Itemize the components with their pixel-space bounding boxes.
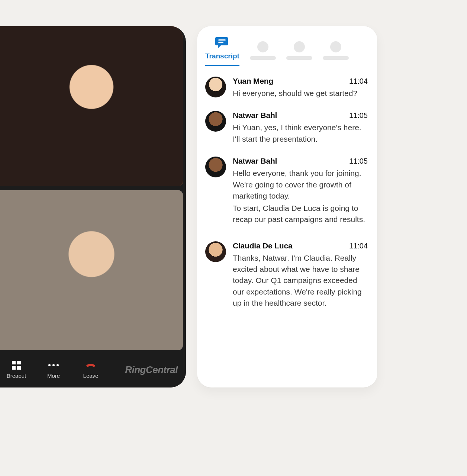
transcript-messages: Yuan Meng 11:04 Hi everyone, should we g… xyxy=(197,66,377,387)
leave-label: Leave xyxy=(83,373,99,379)
transcript-icon xyxy=(215,36,230,49)
message-text: Hi Yuan, yes, I think everyone's here. I… xyxy=(233,122,368,145)
placeholder-label xyxy=(250,56,276,60)
speaker-name: Natwar Bahl xyxy=(233,157,277,165)
more-button[interactable]: More xyxy=(42,360,65,379)
speaker-name: Yuan Meng xyxy=(233,77,273,86)
placeholder-icon xyxy=(257,41,268,52)
participant-tile[interactable] xyxy=(0,26,183,186)
message-text: Thanks, Natwar. I'm Claudia. Really exci… xyxy=(233,253,368,309)
leave-button[interactable]: Leave xyxy=(80,360,102,379)
breakout-label: Breaout xyxy=(7,373,26,379)
participant-video xyxy=(0,26,183,186)
message-time: 11:05 xyxy=(349,111,368,120)
participant-video xyxy=(0,190,183,350)
video-call-pane: Breaout More Leave RingCentral xyxy=(0,26,186,387)
hangup-icon xyxy=(86,360,96,370)
avatar xyxy=(205,241,226,262)
svg-rect-0 xyxy=(218,39,226,41)
tab-transcript[interactable]: Transcript xyxy=(205,36,239,66)
avatar xyxy=(205,157,226,177)
breakout-button[interactable]: Breaout xyxy=(5,360,28,379)
tab-placeholder[interactable] xyxy=(250,41,276,66)
message-paragraph: To start, Claudia De Luca is going to re… xyxy=(233,203,368,225)
placeholder-label xyxy=(286,56,312,60)
transcript-entry: Claudia De Luca 11:04 Thanks, Natwar. I'… xyxy=(205,233,368,314)
message-time: 11:04 xyxy=(349,242,368,250)
placeholder-icon xyxy=(294,41,305,52)
tab-transcript-label: Transcript xyxy=(205,52,239,60)
speaker-name: Claudia De Luca xyxy=(233,241,292,250)
placeholder-icon xyxy=(330,41,341,52)
call-controls-bar: Breaout More Leave RingCentral xyxy=(0,353,186,387)
avatar xyxy=(205,77,226,97)
transcript-entry: Natwar Bahl 11:05 Hello everyone, thank … xyxy=(205,150,368,230)
message-text: Hello everyone, thank you for joining. W… xyxy=(233,168,368,225)
brand-logo: RingCentral xyxy=(125,364,178,376)
message-time: 11:05 xyxy=(349,157,368,165)
more-label: More xyxy=(47,373,60,379)
message-paragraph: Hello everyone, thank you for joining. W… xyxy=(233,168,368,202)
speaker-name: Natwar Bahl xyxy=(233,111,277,120)
tab-placeholder[interactable] xyxy=(286,41,312,66)
placeholder-label xyxy=(323,56,349,60)
transcript-entry: Yuan Meng 11:04 Hi everyone, should we g… xyxy=(205,70,368,104)
grid-icon xyxy=(11,360,22,370)
avatar xyxy=(205,111,226,132)
message-time: 11:04 xyxy=(349,77,368,86)
tab-placeholder[interactable] xyxy=(323,41,349,66)
transcript-entry: Natwar Bahl 11:05 Hi Yuan, yes, I think … xyxy=(205,104,368,150)
transcript-tabs: Transcript xyxy=(197,26,377,66)
svg-rect-1 xyxy=(218,42,223,43)
video-grid xyxy=(0,26,186,353)
transcript-pane: Transcript Yuan Meng 11:0 xyxy=(197,26,377,387)
message-text: Hi everyone, should we get started? xyxy=(233,88,368,99)
more-icon xyxy=(48,360,59,370)
participant-tile[interactable] xyxy=(0,190,183,350)
